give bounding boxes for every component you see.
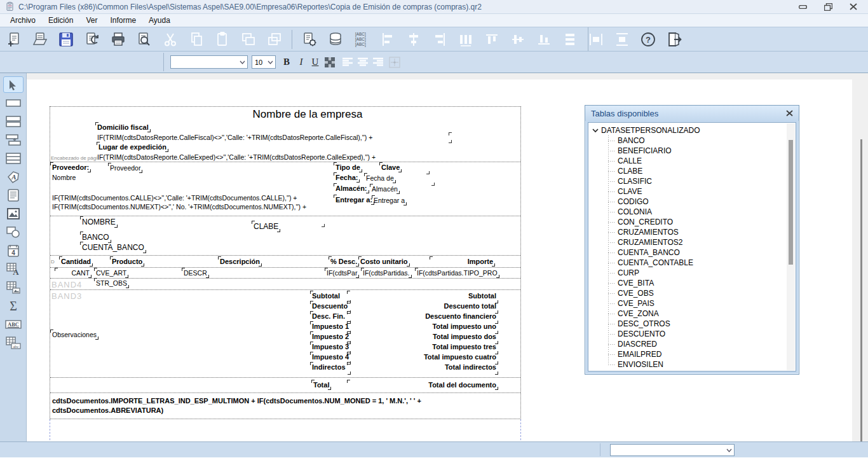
tool-memo[interactable] [3,187,24,204]
paste-button[interactable] [214,31,231,48]
clabe-field[interactable]: CLABE [254,222,278,231]
summary-total-field[interactable]: Descuento financiero [349,312,496,323]
almacen-field[interactable]: Almacén [372,185,398,193]
summary-label[interactable]: Impuesto 2 [312,333,349,343]
tool-image[interactable] [3,205,24,222]
align-v-centers-button[interactable] [509,31,527,48]
descr-field[interactable]: DESCR [184,269,207,277]
company-title-field[interactable]: Nombre de la empresa [152,108,463,121]
tree-item[interactable]: CON_CREDITO [592,217,796,227]
tool-expression[interactable]: Σ [3,298,24,314]
tree-item[interactable]: CUENTA_BANCO [592,247,796,258]
report-page[interactable]: Nombre de la empresa Domicilio fiscal IF… [50,106,521,419]
band-obs-detail[interactable]: BAND4 STR_OBS [50,279,520,290]
banco-field[interactable]: BANCO [82,233,109,242]
tree-item[interactable]: CLABE [592,166,796,176]
tree-item[interactable]: EMAILPRED [592,349,796,359]
entregar-field[interactable]: Entregar a [374,197,405,204]
summary-total-field[interactable]: Subtotal [349,292,496,302]
fecha-field[interactable]: Fecha de [366,174,394,182]
tables-panel[interactable]: Tablas disponibles DATASETPERSONALIZADO … [585,105,799,375]
calle-expression[interactable]: IF(TRIM(cdtsDocumentos.CALLE)<>'','Calle… [52,194,297,202]
band-summary[interactable]: BAND3 Observaciones SubtotalDescuentoDes… [50,290,520,378]
band-detail[interactable]: CANT CVE_ART DESCR IF(cdtsPar IF(cdtsPar… [50,268,520,279]
cve-art-field[interactable]: CVE_ART [96,269,126,277]
col-costo-unitario[interactable]: Costo unitario [360,258,408,265]
status-combo[interactable] [610,444,735,456]
summary-label[interactable]: Impuesto 4 [312,353,349,363]
rebuild-report-button[interactable] [83,31,101,48]
tree-item[interactable]: DESCUENTO [592,329,796,339]
align-left-edges-button[interactable] [379,31,397,48]
summary-label[interactable]: Impuesto 1 [312,323,349,333]
costo-expression[interactable]: IF(cdtsPartidas. [363,269,410,277]
menu-item[interactable]: Ayuda [142,15,177,26]
tree-item[interactable]: CVE_ZONA [592,309,796,319]
align-tops-button[interactable] [483,31,501,48]
desc-pct-expression[interactable]: IF(cdtsPar [327,269,357,277]
tree-item[interactable]: CLAVE [592,186,796,197]
center-in-band-button[interactable] [388,55,402,70]
total-documento-field[interactable]: Total del documento [349,381,496,389]
tree-item[interactable]: DESC_OTROS [592,319,796,329]
italic-button[interactable]: I [294,55,308,70]
band-importe-letras[interactable]: cdtsDocumentos.IMPORTE_LETRAS_IND_ESP_MU… [50,393,520,419]
tree-item[interactable]: CVE_BITA [592,278,796,288]
space-vertically-button[interactable] [561,31,579,48]
importe-expression[interactable]: IF(cdtsPartidas.TIPO_PRO [417,269,498,277]
summary-total-field[interactable]: Total impuesto dos [349,333,496,343]
menu-item[interactable]: Ver [79,15,104,26]
tool-db-text[interactable]: A [3,261,24,277]
save-report-button[interactable] [57,31,75,48]
new-report-button[interactable] [5,31,23,48]
underline-button[interactable]: U [308,55,322,70]
tool-db-image[interactable] [3,279,24,296]
tables-panel-titlebar[interactable]: Tablas disponibles [585,106,799,121]
tool-band[interactable] [3,113,24,130]
tool-child-band[interactable] [3,132,24,148]
band-page-header[interactable]: Nombre de la empresa Domicilio fiscal IF… [50,107,520,162]
exit-button[interactable] [665,31,683,48]
align-abc-button[interactable]: [ABC][ABC][ABC] [353,31,370,48]
menu-item[interactable]: Informe [104,15,142,26]
tree-item[interactable]: ENVIOSILEN [592,359,796,370]
band-bank-info[interactable]: NOMBRE CLABE BANCO CUENTA_BANCO [50,216,520,256]
menu-item[interactable]: Edición [42,15,79,26]
send-to-back-button[interactable] [266,31,283,48]
tree-item[interactable]: CODIGO [592,197,796,207]
col-importe[interactable]: Importe [431,258,493,265]
tool-db-rich-text[interactable]: abc [3,335,24,351]
almacen-label[interactable]: Almacén: [336,184,367,192]
observaciones-field[interactable]: Observaciones [52,331,97,338]
entregar-label[interactable]: Entregar a: [336,196,372,204]
help-button[interactable]: ? [639,31,657,48]
tool-system-data[interactable]: 4 [3,242,24,259]
tool-rich-text[interactable]: ABC [3,316,24,333]
band-total[interactable]: Total Total del documento [50,378,520,393]
band-column-headers[interactable]: D Cantidad Producto Descripción % Desc. … [50,256,520,268]
importe-letras-expression[interactable]: cdtsDocumentos.IMPORTE_LETRAS_IND_ESP_MU… [52,396,492,415]
report-settings-button[interactable] [301,31,318,48]
summary-label[interactable]: Descuento [312,302,349,312]
tree-item[interactable]: CVE_OBS [592,288,796,298]
calle-exped-expression[interactable]: IF(TRIM(cdtsDatosReporte.CalleExped)<>''… [97,153,376,161]
tool-label[interactable] [3,95,24,111]
total-label[interactable]: Total [313,381,329,389]
lugar-expedicion-label[interactable]: Lugar de expedición [98,143,166,151]
tool-text-label[interactable]: A [3,169,24,185]
database-button[interactable] [327,31,344,48]
col-descripcion[interactable]: Descripción [220,258,260,265]
text-align-left-button[interactable] [341,55,355,70]
tree-item[interactable]: CALLE [592,156,796,166]
str-obs-field[interactable]: STR_OBS [96,279,127,287]
domicilio-fiscal-label[interactable]: Domicilio fiscal [97,123,149,131]
tree-root-node[interactable]: DATASETPERSONALIZADO [592,125,796,135]
cant-field[interactable]: CANT [57,269,90,277]
copy-button[interactable] [187,31,205,48]
text-align-center-button[interactable] [356,55,370,70]
tree-item[interactable]: DIASCRED [592,339,796,349]
tree-item[interactable]: CRUZAMIENTOS [592,227,796,237]
bold-button[interactable]: B [280,55,294,70]
summary-total-field[interactable]: Total impuesto tres [349,343,496,353]
col-producto[interactable]: Producto [112,258,142,265]
